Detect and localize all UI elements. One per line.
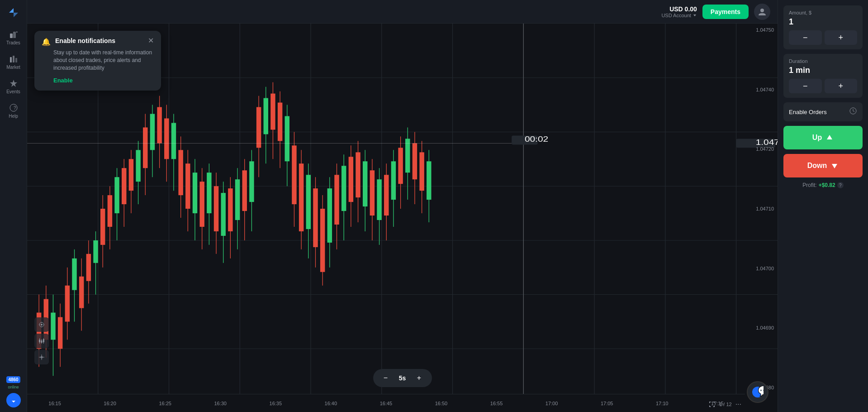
sidebar-item-market[interactable]: Market (2, 51, 25, 73)
svg-rect-107 (320, 209, 325, 272)
sidebar-item-events[interactable]: Events (2, 75, 25, 98)
svg-rect-59 (150, 114, 155, 150)
sidebar-item-help[interactable]: ? Help (2, 100, 25, 122)
amount-increase-button[interactable]: + (825, 30, 858, 45)
sidebar: Trades Market Events ? Help 4860 online (0, 0, 27, 412)
expand-icon (708, 401, 716, 408)
time-label: 16:45 (380, 401, 393, 406)
sidebar-bottom: 4860 online (0, 376, 27, 407)
notif-enable-link[interactable]: Enable (53, 77, 73, 84)
topbar: USD 0.00 USD Account Payments (27, 0, 778, 24)
online-status: online (8, 385, 19, 389)
svg-rect-63 (164, 119, 169, 159)
up-button[interactable]: Up (783, 126, 863, 149)
enable-orders-label: Enable Orders (789, 109, 827, 115)
svg-rect-95 (278, 103, 282, 141)
svg-rect-137 (427, 161, 431, 200)
time-label: 16:15 (48, 401, 61, 406)
time-label: 16:30 (214, 401, 227, 406)
price-label: 1.04700 (749, 266, 774, 271)
amount-decrease-button[interactable]: − (789, 30, 822, 45)
svg-rect-133 (413, 143, 417, 179)
amount-controls: − + (789, 30, 857, 45)
profit-help-button[interactable]: ? (837, 182, 844, 188)
amount-value: 1 (789, 17, 857, 27)
svg-rect-89 (256, 107, 261, 148)
chart-container[interactable]: 🔔 Enable notifications ✕ Stay up to date… (27, 24, 778, 412)
price-axis: 1.04750 1.04740 1.04720 1.04710 1.04700 … (745, 24, 778, 394)
amount-label: Amount, $ (789, 10, 857, 15)
svg-rect-103 (306, 175, 311, 229)
svg-rect-67 (178, 150, 183, 195)
right-panel: Amount, $ 1 − + Duration 1 min − + Enabl… (778, 0, 868, 412)
more-options-button[interactable]: ··· (735, 400, 741, 408)
notif-title: Enable notifications (55, 37, 143, 44)
svg-rect-37 (72, 259, 76, 290)
scroll-down-button[interactable] (6, 393, 21, 407)
down-button[interactable]: Down (783, 154, 863, 177)
chat-float-button[interactable]: 💬 (747, 381, 768, 403)
svg-rect-101 (299, 163, 304, 231)
account-balance: USD 0.00 (669, 5, 697, 13)
svg-rect-71 (193, 172, 197, 213)
app-logo[interactable] (5, 5, 22, 21)
svg-rect-4 (10, 57, 12, 62)
account-type[interactable]: USD Account (661, 13, 697, 18)
payments-button[interactable]: Payments (702, 5, 749, 19)
svg-rect-69 (185, 163, 190, 209)
amount-section: Amount, $ 1 − + (783, 5, 863, 49)
svg-rect-6 (15, 58, 17, 62)
svg-rect-129 (398, 148, 403, 184)
duration-value: 1 min (789, 66, 857, 75)
svg-rect-121 (370, 170, 375, 216)
svg-rect-123 (377, 179, 381, 220)
indicator-candlestick-button[interactable] (34, 334, 49, 348)
svg-rect-97 (285, 116, 289, 162)
price-label: 1.04740 (749, 87, 774, 92)
svg-rect-35 (65, 286, 70, 322)
svg-rect-75 (207, 172, 211, 213)
svg-rect-113 (342, 166, 346, 211)
svg-rect-77 (214, 186, 218, 231)
notif-close-button[interactable]: ✕ (148, 37, 154, 44)
svg-text:💬: 💬 (758, 386, 764, 397)
svg-rect-65 (171, 123, 176, 159)
indicator-radio-button[interactable] (34, 317, 49, 332)
svg-rect-33 (58, 317, 62, 349)
svg-rect-99 (292, 145, 296, 204)
price-label: 1.04720 (749, 146, 774, 152)
svg-rect-156 (43, 339, 44, 342)
enable-orders-button[interactable]: Enable Orders (783, 102, 863, 121)
chart-indicators (34, 317, 49, 364)
notification-popup: 🔔 Enable notifications ✕ Stay up to date… (34, 31, 161, 91)
price-label: 1.04710 (749, 206, 774, 211)
svg-marker-0 (9, 8, 14, 13)
notif-header: 🔔 Enable notifications ✕ (42, 37, 154, 46)
time-label: 17:10 (656, 401, 669, 406)
svg-rect-5 (13, 56, 14, 62)
time-label: 17:05 (601, 401, 613, 406)
bottom-bar: 1 / 12 ··· (708, 400, 741, 408)
svg-point-145 (41, 324, 43, 326)
duration-controls: − + (789, 79, 857, 93)
interval-decrease-button[interactable]: − (379, 372, 392, 384)
interval-increase-button[interactable]: + (413, 372, 426, 384)
indicator-crosshair-button[interactable] (34, 350, 49, 364)
time-axis: 16:15 16:20 16:25 16:30 16:35 16:40 16:4… (27, 394, 745, 412)
duration-increase-button[interactable]: + (825, 79, 858, 93)
svg-rect-85 (242, 170, 247, 211)
main-area: USD 0.00 USD Account Payments 🔔 Enable n… (27, 0, 778, 412)
svg-rect-125 (384, 175, 389, 216)
svg-rect-2 (10, 34, 13, 38)
svg-rect-53 (129, 159, 133, 191)
svg-rect-109 (327, 188, 332, 243)
user-avatar[interactable] (754, 4, 770, 20)
svg-rect-39 (79, 277, 84, 308)
svg-rect-93 (270, 94, 275, 130)
sidebar-item-trades[interactable]: Trades (2, 26, 25, 49)
svg-rect-73 (199, 182, 204, 227)
online-count: 4860 (6, 376, 20, 383)
svg-rect-3 (13, 32, 16, 38)
duration-decrease-button[interactable]: − (789, 79, 822, 93)
time-label: 16:40 (325, 401, 337, 406)
